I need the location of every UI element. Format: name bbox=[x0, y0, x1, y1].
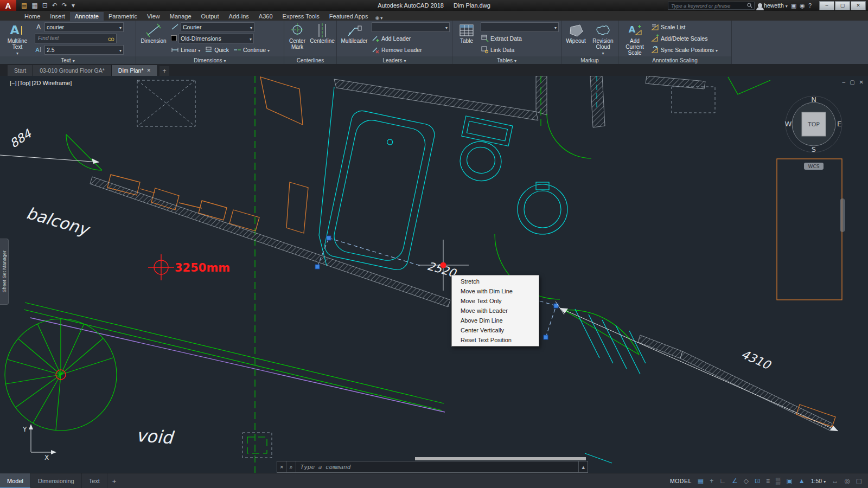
command-input[interactable] bbox=[296, 463, 579, 471]
tab-parametric[interactable]: Parametric bbox=[104, 12, 142, 21]
tab-express-tools[interactable]: Express Tools bbox=[278, 12, 324, 21]
find-text-input[interactable] bbox=[37, 35, 108, 42]
ribbon-display-toggle[interactable]: ◉ bbox=[375, 15, 382, 21]
tab-featured-apps[interactable]: Featured Apps bbox=[324, 12, 373, 21]
menu-item-reset-text-position[interactable]: Reset Text Position bbox=[452, 335, 539, 345]
undo-button[interactable]: ↶ bbox=[50, 2, 59, 9]
tab-addins[interactable]: Add-ins bbox=[224, 12, 254, 21]
customization-gear-icon[interactable]: ◎ bbox=[841, 473, 852, 488]
clean-screen-icon[interactable]: ▢ bbox=[853, 473, 865, 488]
menu-item-move-text-only[interactable]: Move Text Only bbox=[452, 296, 539, 306]
tab-a360[interactable]: A360 bbox=[254, 12, 278, 21]
object-snap-icon[interactable]: ⊡ bbox=[752, 473, 763, 488]
center-mark-button[interactable]: Center Mark bbox=[286, 22, 308, 56]
viewport-view-button[interactable]: [Top] bbox=[18, 80, 31, 86]
tab-annotate[interactable]: Annotate bbox=[70, 12, 104, 21]
linear-dimension-button[interactable]: Linear bbox=[171, 46, 200, 54]
menu-item-stretch[interactable]: Stretch bbox=[452, 277, 539, 286]
close-tab-icon[interactable]: ✕ bbox=[147, 68, 151, 73]
tab-view[interactable]: View bbox=[142, 12, 165, 21]
tab-insert[interactable]: Insert bbox=[45, 12, 70, 21]
grip-2[interactable] bbox=[327, 236, 331, 240]
help-search-box[interactable] bbox=[668, 2, 755, 10]
ortho-icon[interactable]: ∟ bbox=[717, 473, 729, 488]
navigation-bar[interactable] bbox=[840, 198, 845, 232]
maximize-button[interactable]: ▢ bbox=[835, 1, 850, 10]
remove-leader-button[interactable]: Remove Leader bbox=[372, 46, 422, 54]
multileader-style-combo[interactable] bbox=[372, 22, 450, 32]
annotation-scale-button[interactable]: 1:50 bbox=[808, 473, 828, 488]
lineweight-icon[interactable]: ≡ bbox=[763, 473, 773, 488]
quick-dimension-button[interactable]: Quick bbox=[205, 46, 229, 54]
menu-item-above-dim-line[interactable]: Above Dim Line bbox=[452, 316, 539, 325]
tab-home[interactable]: Home bbox=[20, 12, 45, 21]
grip-3[interactable] bbox=[544, 335, 548, 339]
new-layout-button[interactable]: + bbox=[107, 473, 122, 488]
add-delete-scales-button[interactable]: Add/Delete Scales bbox=[651, 34, 707, 42]
dim-text-884[interactable]: 884 bbox=[7, 126, 34, 150]
plot-button[interactable]: ⊡ bbox=[41, 2, 49, 9]
isodraft-icon[interactable]: ◇ bbox=[741, 473, 751, 488]
tab-output[interactable]: Output bbox=[196, 12, 224, 21]
notifications-icon[interactable]: ◉ bbox=[800, 2, 805, 9]
polar-tracking-icon[interactable]: ∠ bbox=[729, 473, 741, 488]
red-note-text[interactable]: 3250mm bbox=[175, 261, 230, 274]
open-button[interactable]: ▤ bbox=[20, 2, 29, 9]
centerline-button[interactable]: Centerline bbox=[310, 22, 334, 56]
command-recent-caret-icon[interactable]: ▴ bbox=[578, 461, 588, 472]
viewport-minimize-icon[interactable]: – bbox=[843, 79, 846, 85]
help-button[interactable]: ? bbox=[808, 2, 812, 9]
file-tab-start[interactable]: Start bbox=[8, 65, 33, 76]
tables-panel-label[interactable]: Tables bbox=[452, 56, 561, 64]
layout-tab-dimensioning[interactable]: Dimensioning bbox=[31, 473, 82, 488]
qat-menu-button[interactable]: ▾ bbox=[70, 2, 76, 9]
snap-icon[interactable]: + bbox=[707, 473, 716, 488]
multileader-button[interactable]: Multileader bbox=[339, 22, 369, 56]
grip-1[interactable] bbox=[315, 265, 320, 269]
text-height-combo[interactable]: 2.5 bbox=[44, 45, 124, 55]
command-search-icon[interactable]: ⌕ bbox=[286, 461, 296, 472]
find-binoculars-icon[interactable] bbox=[108, 36, 114, 41]
view-cube[interactable]: N E S W TOP bbox=[785, 95, 842, 153]
save-button[interactable]: ▦ bbox=[30, 2, 39, 9]
scale-list-button[interactable]: Scale List bbox=[651, 23, 686, 31]
file-tab-dim-plan[interactable]: Dim Plan* ✕ bbox=[112, 65, 158, 76]
revision-cloud-button[interactable]: Revision Cloud bbox=[590, 22, 616, 56]
transparency-icon[interactable]: ▒ bbox=[773, 473, 783, 488]
link-data-button[interactable]: Link Data bbox=[481, 46, 514, 54]
sheet-set-manager-tab[interactable]: Sheet Set Manager bbox=[0, 239, 9, 305]
tab-manage[interactable]: Manage bbox=[165, 12, 196, 21]
viewport-menu-button[interactable]: [−] bbox=[10, 80, 17, 86]
file-tab-ground-floor[interactable]: 03-010 Ground Floor GA* bbox=[33, 65, 112, 76]
autocad-logo-icon[interactable]: A bbox=[0, 0, 16, 11]
horizontal-scrollbar[interactable] bbox=[415, 457, 586, 460]
command-line[interactable]: × ⌕ ▴ bbox=[277, 461, 588, 473]
dim-text-4310[interactable]: 4310 bbox=[739, 347, 773, 372]
command-close-icon[interactable]: × bbox=[277, 461, 286, 472]
viewport-restore-icon[interactable]: ▢ bbox=[850, 79, 854, 85]
compass-east[interactable]: E bbox=[837, 120, 841, 128]
new-drawing-tab-button[interactable]: + bbox=[159, 66, 169, 76]
compass-south[interactable]: S bbox=[812, 145, 816, 153]
app-store-icon[interactable]: ▣ bbox=[791, 2, 796, 9]
dim-style-combo[interactable]: Courier bbox=[181, 22, 254, 32]
viewport-visual-style-button[interactable]: [2D Wireframe] bbox=[31, 80, 72, 86]
close-button[interactable]: ✕ bbox=[851, 1, 866, 10]
search-input[interactable] bbox=[670, 2, 747, 9]
extract-data-button[interactable]: Extract Data bbox=[481, 34, 522, 42]
text-style-combo[interactable]: courier bbox=[44, 22, 124, 32]
layout-tab-text[interactable]: Text bbox=[82, 473, 107, 488]
drawing-area[interactable]: .g{stroke:var(--line-green,#00c800);fill… bbox=[0, 76, 868, 473]
compass-north[interactable]: N bbox=[811, 95, 816, 104]
selection-cycling-icon[interactable]: ▣ bbox=[783, 473, 795, 488]
menu-item-move-with-dim-line[interactable]: Move with Dim Line bbox=[452, 286, 539, 296]
redo-button[interactable]: ↷ bbox=[60, 2, 69, 9]
menu-item-move-with-leader[interactable]: Move with Leader bbox=[452, 306, 539, 316]
dimension-button[interactable]: Dimension bbox=[138, 22, 169, 56]
find-text-field[interactable] bbox=[35, 34, 117, 43]
multiline-text-button[interactable]: A Multiline Text bbox=[2, 22, 33, 56]
sign-in-user[interactable]: hewetth bbox=[758, 2, 788, 9]
annotation-visibility-icon[interactable]: ▲ bbox=[796, 473, 808, 488]
sync-scale-positions-button[interactable]: Sync Scale Positions bbox=[651, 46, 718, 54]
layout-tab-model[interactable]: Model bbox=[0, 473, 31, 488]
